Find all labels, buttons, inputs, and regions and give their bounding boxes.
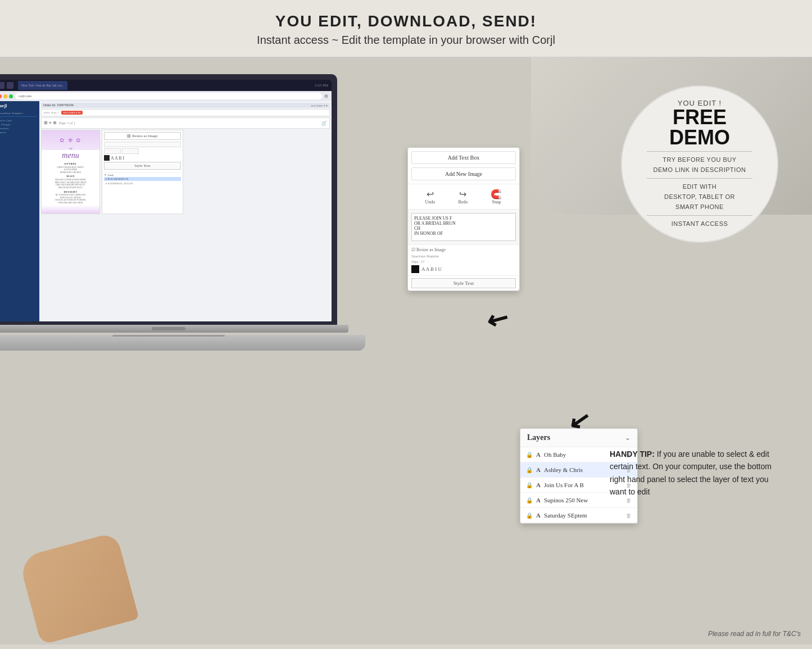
style-text-btn[interactable]: Style Text — [104, 162, 181, 170]
handy-tip-label: HANDY TIP: — [610, 450, 655, 459]
color-row: A A B I U — [411, 265, 516, 273]
main-headline: YOU EDIT, DOWNLOAD, SEND! — [0, 12, 812, 30]
menu-word: menu — [42, 150, 99, 161]
entree-header: ENTRÉE — [43, 162, 98, 166]
screen-right-panel: ▤ Resize as Image A A B I — [102, 130, 183, 214]
sidebar-item-3: Download — [0, 126, 37, 130]
layer-row-1: A SATURDAY, AUGUS — [104, 181, 181, 185]
demo-divider-2 — [647, 178, 753, 179]
color-box[interactable] — [411, 265, 419, 273]
design-toolbar: ⊞ ⌖ ⊕ Page: 1 of 1 🛒 — [41, 117, 330, 129]
hand-shape — [18, 532, 139, 645]
design-area: ✿ ✾ ✿ menu ENTRÉE CRISPY PRAWN ROLL SWEE… — [41, 130, 330, 214]
color-swatch — [104, 155, 110, 161]
style-text-section: Style Text — [408, 275, 519, 291]
panel-formatting: ☑ Resize as Image Spacious Regular 50pt … — [408, 244, 519, 275]
demo-demo-text: DEMO — [669, 128, 730, 148]
color-tools: A A B I — [104, 155, 181, 161]
snap-icon: 🧲 — [491, 189, 502, 199]
top-banner: YOU EDIT, DOWNLOAD, SEND! Instant access… — [0, 0, 812, 57]
demo-try-before: TRY BEFORE YOU BUY — [663, 155, 736, 165]
sidebar-item-2: All Changes — [0, 122, 37, 126]
active-layer[interactable]: A PLEASEJOIN US — [104, 177, 181, 181]
dessert-items: DE-CONSTRUCTED LAMINGTONWITH VELVET SPON… — [43, 194, 98, 204]
corjl-app: Corjl NocrayParty Templates Send to Corj… — [0, 101, 332, 321]
size-row: 50pt 17 — [411, 260, 516, 264]
demo-devices: DESKTOP, TABLET OR — [664, 192, 735, 202]
demo-divider-3 — [647, 215, 753, 216]
mini-layers: ▼ Andy A PLEASEJOIN US A SATURDAY, AUGUS — [104, 172, 181, 185]
taskbar: New Tab • Inst de Bac lab col... 3:25 PM — [0, 80, 332, 91]
taskbar-time: 3:25 PM — [315, 83, 328, 88]
text-editing-box[interactable]: PLEASE JOIN US FOR A BRIDAL BRUNCHIN HON… — [411, 213, 516, 241]
lock-icon-5: 🔒 — [526, 512, 533, 519]
laptop-bottom — [0, 335, 365, 351]
corjl-logo: Corjl — [0, 103, 37, 108]
panel-text-area: PLEASE JOIN US FOR A BRIDAL BRUNCHIN HON… — [408, 209, 519, 244]
sidebar-item-4: Approve — [0, 130, 37, 134]
arrow-to-panel: ↙ — [481, 301, 514, 338]
main-items: BRAISED GUINNESS BEEF SHORTRIBS WITH CAR… — [43, 179, 98, 189]
laptop-hinge — [0, 325, 348, 333]
lock-icon-4: 🔒 — [526, 497, 533, 503]
demo-circle: YOU EDIT ! FREE DEMO TRY BEFORE YOU BUY … — [621, 85, 778, 243]
add-text-box-btn[interactable]: Add Text Box — [411, 151, 516, 164]
dessert-header: DESSERT — [43, 190, 98, 194]
panel-icons: ↩ Undo ↪ Redo 🧲 Snap — [408, 184, 519, 209]
handy-tip-area: HANDY TIP: If you are unable to select &… — [610, 448, 784, 498]
lock-icon-3: 🔒 — [526, 482, 533, 488]
corjl-sidebar: Corjl NocrayParty Templates Send to Corj… — [0, 101, 39, 321]
lock-icon-1: 🔒 — [526, 452, 533, 458]
undo-control[interactable]: ↩ Undo — [425, 189, 436, 205]
demo-link: DEMO LINK IN DESCRIPTION — [654, 165, 746, 175]
redo-control[interactable]: ↪ Redo — [458, 189, 468, 205]
menu-template-card: ✿ ✾ ✿ menu ENTRÉE CRISPY PRAWN ROLL SWEE… — [41, 130, 100, 214]
demo-free-text: FREE — [673, 107, 727, 128]
layer-item-saturday[interactable]: 🔒 A Saturday SEptem 🗑 — [520, 508, 637, 523]
laptop-trackpad — [112, 335, 225, 337]
add-new-image-btn[interactable]: Add New Image — [411, 167, 516, 180]
style-text-button[interactable]: Style Text — [411, 278, 516, 288]
address-bar[interactable]: corjl.com — [15, 93, 322, 99]
sidebar-nav: NocrayParty Templates — [0, 112, 37, 115]
side-panel-popup: Add Text Box Add New Image ↩ Undo ↪ Redo… — [407, 147, 520, 291]
demo-instant: INSTANT ACCESS — [672, 219, 728, 229]
screen-inner: New Tab • Inst de Bac lab col... 3:25 PM… — [0, 80, 332, 321]
delete-icon-5[interactable]: 🗑 — [626, 512, 632, 519]
main-header: MAIN — [43, 175, 98, 178]
floral-bottom — [42, 205, 99, 214]
hinge-detail — [152, 327, 185, 330]
main-area: New Tab • Inst de Bac lab col... 3:25 PM… — [0, 57, 812, 645]
snap-control[interactable]: 🧲 Snap — [491, 189, 502, 205]
layers-chevron-icon[interactable]: ⌄ — [625, 434, 630, 442]
lock-icon-2: 🔒 — [526, 467, 533, 473]
screen-bezel: New Tab • Inst de Bac lab col... 3:25 PM… — [0, 74, 337, 325]
floral-top: ✿ ✾ ✿ — [42, 130, 99, 150]
sub-headline: Instant access ~ Edit the template in yo… — [0, 34, 812, 47]
entree-items: CRISPY PRAWN ROLL SWEET& SOUR PORKMARINA… — [43, 166, 98, 174]
order-bar: Order Id: 1509758194 test Item 4 ▾ — [41, 103, 330, 108]
font-name-input[interactable] — [104, 142, 181, 147]
demo-phone: SMART PHONE — [675, 202, 724, 212]
browser-icons: ⚙ — [324, 94, 328, 99]
demo-edit-with: EDIT WITH — [683, 182, 717, 192]
undo-icon: ↩ — [425, 189, 436, 199]
status-badge: INCOMPLETE — [61, 111, 83, 115]
browser-tab[interactable]: New Tab • Inst de Bac lab col... — [18, 81, 67, 90]
redo-icon: ↪ — [458, 189, 468, 199]
laptop-mockup: New Tab • Inst de Bac lab col... 3:25 PM… — [0, 74, 365, 351]
screen-panel-title: ▤ Resize as Image — [104, 132, 181, 140]
sidebar-item-1: Send to Corjl — [0, 119, 37, 122]
size-inputs — [104, 148, 181, 154]
bottom-note: Please read ad in full for T&C's — [708, 630, 801, 638]
status-area: Hold: None 1 INCOMPLETE — [41, 109, 330, 116]
menu-content: ENTRÉE CRISPY PRAWN ROLL SWEET& SOUR POR… — [42, 161, 99, 205]
browser-toolbar: corjl.com ⚙ — [0, 91, 332, 101]
corjl-main: Order Id: 1509758194 test Item 4 ▾ Hold:… — [39, 101, 332, 321]
layers-title: Layers — [527, 433, 550, 442]
demo-divider-1 — [647, 151, 753, 152]
